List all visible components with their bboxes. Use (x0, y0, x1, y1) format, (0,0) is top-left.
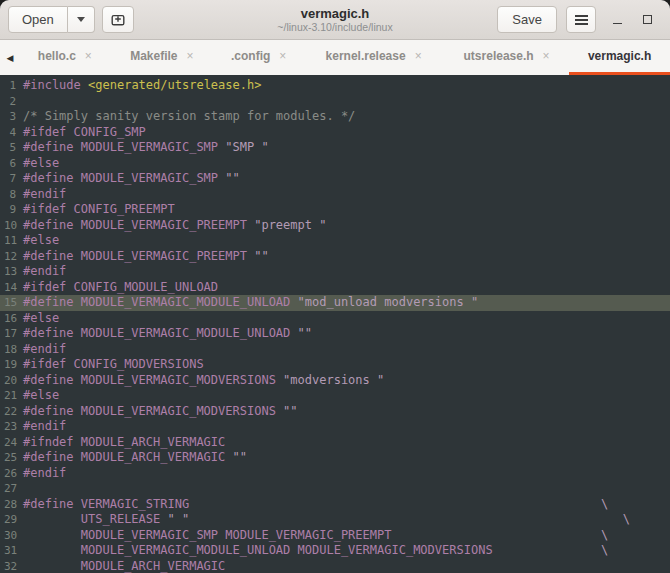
code-line-22[interactable]: 22#define MODULE_VERMAGIC_MODVERSIONS "" (0, 404, 670, 420)
line-number: 9 (4, 202, 23, 218)
tab-bar: ◀ hello.c×Makefile×.config×kernel.releas… (0, 40, 670, 75)
line-number: 12 (4, 249, 23, 265)
code-line-16[interactable]: 16#else (0, 311, 670, 327)
code-line-6[interactable]: 6#else (0, 156, 670, 172)
code-line-12[interactable]: 12#define MODULE_VERMAGIC_PREEMPT "" (0, 249, 670, 265)
line-number: 13 (4, 264, 23, 280)
line-number: 30 (4, 528, 23, 544)
menu-button[interactable] (566, 6, 596, 33)
code-line-30[interactable]: 30 MODULE_VERMAGIC_SMP MODULE_VERMAGIC_P… (0, 528, 670, 544)
tab-kernel.release[interactable]: kernel.release× (303, 40, 444, 75)
line-number: 7 (4, 171, 23, 187)
tab-close-icon[interactable]: × (415, 50, 422, 62)
tab-close-icon[interactable]: × (543, 50, 550, 62)
code-line-18[interactable]: 18#endif (0, 342, 670, 358)
code-line-31[interactable]: 31 MODULE_VERMAGIC_MODULE_UNLOAD MODULE_… (0, 543, 670, 559)
code-line-1[interactable]: 1#include <generated/utsrelease.h> (0, 78, 670, 94)
code-text: #else (23, 156, 670, 172)
code-line-17[interactable]: 17#define MODULE_VERMAGIC_MODULE_UNLOAD … (0, 326, 670, 342)
line-number: 2 (4, 94, 23, 110)
code-line-23[interactable]: 23#endif (0, 419, 670, 435)
tab-label: kernel.release (326, 49, 406, 63)
code-line-25[interactable]: 25#define MODULE_ARCH_VERMAGIC "" (0, 450, 670, 466)
code-line-7[interactable]: 7#define MODULE_VERMAGIC_SMP "" (0, 171, 670, 187)
editor-window: Open vermagic.h ~/linux-3.10/include/lin… (0, 0, 670, 573)
line-number: 21 (4, 388, 23, 404)
tab-utsrelease.h[interactable]: utsrelease.h× (444, 40, 569, 75)
code-line-2[interactable]: 2 (0, 94, 670, 110)
line-number: 25 (4, 450, 23, 466)
open-dropdown-button[interactable] (68, 6, 95, 33)
code-text: MODULE_ARCH_VERMAGIC (23, 559, 670, 573)
line-number: 8 (4, 187, 23, 203)
tab-vermagic.h[interactable]: vermagic.h (569, 40, 670, 75)
code-text: #define MODULE_VERMAGIC_MODVERSIONS "" (23, 404, 670, 420)
code-line-4[interactable]: 4#ifdef CONFIG_SMP (0, 125, 670, 141)
code-text: #ifdef CONFIG_MODVERSIONS (23, 357, 670, 373)
window-title: vermagic.h (301, 6, 370, 21)
minimize-icon (613, 23, 622, 24)
code-line-15[interactable]: 15#define MODULE_VERMAGIC_MODULE_UNLOAD … (0, 295, 670, 311)
line-number: 15 (4, 295, 23, 311)
code-line-21[interactable]: 21#else (0, 388, 670, 404)
line-number: 24 (4, 435, 23, 451)
tab-Makefile[interactable]: Makefile× (110, 40, 214, 75)
headerbar: Open vermagic.h ~/linux-3.10/include/lin… (0, 0, 670, 40)
line-number: 4 (4, 125, 23, 141)
code-line-8[interactable]: 8#endif (0, 187, 670, 203)
line-number: 17 (4, 326, 23, 342)
editor-area[interactable]: 1#include <generated/utsrelease.h>23/* S… (0, 75, 670, 573)
code-line-20[interactable]: 20#define MODULE_VERMAGIC_MODVERSIONS "m… (0, 373, 670, 389)
code-line-9[interactable]: 9#ifdef CONFIG_PREEMPT (0, 202, 670, 218)
tab-label: .config (231, 49, 270, 63)
tab-hello.c[interactable]: hello.c× (20, 40, 110, 75)
code-line-10[interactable]: 10#define MODULE_VERMAGIC_PREEMPT "preem… (0, 218, 670, 234)
tab-label: utsrelease.h (464, 49, 534, 63)
hamburger-icon (575, 15, 588, 25)
code-text: #ifndef MODULE_ARCH_VERMAGIC (23, 435, 670, 451)
line-number: 1 (4, 78, 23, 94)
line-number: 20 (4, 373, 23, 389)
code-text: #ifdef CONFIG_SMP (23, 125, 670, 141)
code-line-32[interactable]: 32 MODULE_ARCH_VERMAGIC (0, 559, 670, 573)
tab-close-icon[interactable]: × (187, 50, 194, 62)
code-text: #endif (23, 264, 670, 280)
tab-strip: hello.c×Makefile×.config×kernel.release×… (20, 40, 670, 75)
code-line-11[interactable]: 11#else (0, 233, 670, 249)
code-line-28[interactable]: 28#define VERMAGIC_STRING \ (0, 497, 670, 513)
code-line-26[interactable]: 26#endif (0, 466, 670, 482)
tab-new-icon (110, 12, 126, 28)
tab-close-icon[interactable]: × (279, 50, 286, 62)
line-number: 26 (4, 466, 23, 482)
code-text (23, 481, 670, 497)
code-text: #define MODULE_VERMAGIC_PREEMPT "preempt… (23, 218, 670, 234)
line-number: 3 (4, 109, 23, 125)
code-line-19[interactable]: 19#ifdef CONFIG_MODVERSIONS (0, 357, 670, 373)
code-text: #else (23, 388, 670, 404)
tab-.config[interactable]: .config× (214, 40, 303, 75)
code-line-13[interactable]: 13#endif (0, 264, 670, 280)
maximize-button[interactable] (632, 6, 662, 33)
code-text: MODULE_VERMAGIC_SMP MODULE_VERMAGIC_PREE… (23, 528, 670, 544)
code-text: #define MODULE_VERMAGIC_MODULE_UNLOAD "m… (23, 295, 670, 311)
code-text: #endif (23, 187, 670, 203)
code-text: #include <generated/utsrelease.h> (23, 78, 670, 94)
code-text: /* Simply sanity version stamp for modul… (23, 109, 670, 125)
line-number: 5 (4, 140, 23, 156)
code-line-3[interactable]: 3/* Simply sanity version stamp for modu… (0, 109, 670, 125)
line-number: 16 (4, 311, 23, 327)
minimize-button[interactable] (602, 6, 632, 33)
code-line-5[interactable]: 5#define MODULE_VERMAGIC_SMP "SMP " (0, 140, 670, 156)
code-text: #define MODULE_VERMAGIC_SMP "" (23, 171, 670, 187)
save-button[interactable]: Save (497, 6, 557, 33)
code-line-27[interactable]: 27 (0, 481, 670, 497)
tab-close-icon[interactable]: × (85, 50, 92, 62)
window-subtitle: ~/linux-3.10/include/linux (277, 21, 392, 34)
code-line-29[interactable]: 29 UTS_RELEASE " " \ (0, 512, 670, 528)
code-line-14[interactable]: 14#ifdef CONFIG_MODULE_UNLOAD (0, 280, 670, 296)
new-tab-button[interactable] (102, 6, 134, 33)
line-number: 27 (4, 481, 23, 497)
open-button[interactable]: Open (8, 6, 68, 33)
tab-scroll-left-button[interactable]: ◀ (0, 40, 20, 75)
code-line-24[interactable]: 24#ifndef MODULE_ARCH_VERMAGIC (0, 435, 670, 451)
